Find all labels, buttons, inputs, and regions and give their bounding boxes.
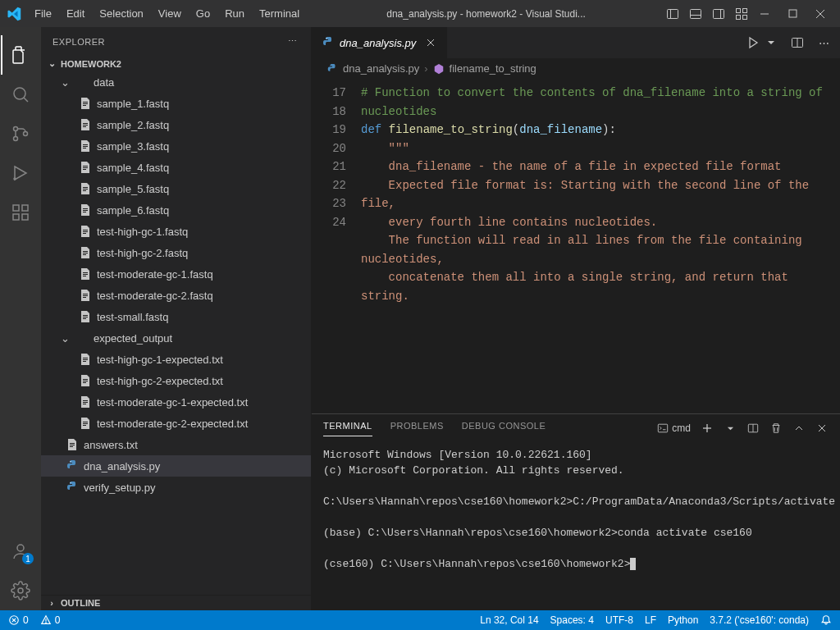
maximize-icon[interactable]: [786, 7, 799, 21]
file-row[interactable]: sample_2.fastq: [41, 114, 311, 135]
svg-point-17: [14, 137, 18, 141]
panel-tab-problems[interactable]: PROBLEMS: [390, 421, 444, 436]
code-editor[interactable]: 1718192021222324 # Function to convert t…: [312, 80, 840, 413]
file-row[interactable]: test-moderate-gc-2.fastq: [41, 285, 311, 306]
file-row[interactable]: test-high-gc-2-expected.txt: [41, 370, 311, 391]
tree-item-label: sample_5.fastq: [97, 183, 169, 195]
status-eol[interactable]: LF: [645, 614, 656, 626]
menu-terminal[interactable]: Terminal: [253, 3, 306, 24]
code-line[interactable]: # Function to convert the contents of dn…: [361, 84, 840, 121]
status-errors[interactable]: 0: [8, 614, 29, 626]
code-line[interactable]: Expected file format is: Starting with t…: [361, 176, 840, 213]
file-row[interactable]: test-high-gc-1.fastq: [41, 221, 311, 242]
activity-account-icon[interactable]: 1: [1, 532, 40, 571]
customize-layout-icon[interactable]: [735, 7, 748, 21]
svg-point-18: [24, 132, 28, 136]
code-line[interactable]: The function will read in all lines from…: [361, 231, 840, 268]
status-cursor-position[interactable]: Ln 32, Col 14: [480, 614, 538, 626]
menu-run[interactable]: Run: [218, 3, 251, 24]
file-row[interactable]: test-small.fastq: [41, 306, 311, 327]
code-line[interactable]: dna_filename - the name of a file in exp…: [361, 158, 840, 176]
tab-dna-analysis[interactable]: dna_analysis.py: [312, 27, 448, 58]
terminal-shell-label: cmd: [672, 422, 691, 434]
menu-selection[interactable]: Selection: [93, 3, 149, 24]
status-encoding[interactable]: UTF-8: [605, 614, 633, 626]
python-file-icon: [322, 36, 335, 49]
activity-explorer-icon[interactable]: [1, 35, 40, 75]
file-row[interactable]: sample_4.fastq: [41, 157, 311, 178]
file-row[interactable]: dna_analysis.py: [41, 455, 311, 477]
new-terminal-icon[interactable]: [701, 422, 714, 435]
file-row[interactable]: sample_6.fastq: [41, 199, 311, 221]
outline-section[interactable]: › OUTLINE: [41, 596, 311, 610]
close-panel-icon[interactable]: [815, 422, 829, 435]
terminal-content[interactable]: Microsoft Windows [Version 10.0.22621.16…: [312, 442, 840, 610]
folder-row[interactable]: ⌄data: [41, 71, 311, 93]
terminal-dropdown-icon[interactable]: [724, 422, 737, 435]
file-row[interactable]: sample_5.fastq: [41, 178, 311, 199]
chevron-down-icon: ⌄: [61, 76, 71, 89]
toggle-panel-left-icon[interactable]: [666, 7, 679, 21]
panel-tab-terminal[interactable]: TERMINAL: [323, 421, 372, 436]
split-terminal-icon[interactable]: [746, 422, 760, 435]
status-indentation[interactable]: Spaces: 4: [550, 614, 594, 626]
tab-close-icon[interactable]: [424, 36, 437, 49]
text-file-icon: [79, 374, 92, 387]
file-row[interactable]: verify_setup.py: [41, 477, 311, 498]
status-python-interpreter[interactable]: 3.7.2 ('cse160': conda): [710, 614, 809, 626]
folder-icon: [75, 75, 89, 89]
breadcrumb[interactable]: dna_analysis.py › filename_to_string: [312, 58, 840, 80]
activity-run-debug-icon[interactable]: [1, 153, 40, 193]
toggle-panel-right-icon[interactable]: [712, 7, 725, 21]
menu-file[interactable]: File: [28, 3, 58, 24]
status-notifications-icon[interactable]: [820, 614, 832, 626]
code-content[interactable]: # Function to convert the contents of dn…: [361, 80, 840, 413]
layout-controls: [666, 7, 748, 21]
file-row[interactable]: test-moderate-gc-2-expected.txt: [41, 413, 311, 434]
status-warnings[interactable]: 0: [40, 614, 61, 626]
workspace-root[interactable]: ⌄ HOMEWORK2: [41, 56, 311, 71]
folder-row[interactable]: ⌄expected_output: [41, 327, 311, 349]
status-language[interactable]: Python: [668, 614, 698, 626]
svg-point-27: [70, 482, 71, 483]
kill-terminal-icon[interactable]: [769, 422, 783, 435]
tree-item-label: test-moderate-gc-1-expected.txt: [97, 396, 248, 409]
activity-source-control-icon[interactable]: [1, 114, 40, 153]
file-row[interactable]: test-moderate-gc-1-expected.txt: [41, 391, 311, 413]
breadcrumb-symbol[interactable]: filename_to_string: [450, 62, 536, 75]
toggle-panel-bottom-icon[interactable]: [689, 7, 702, 21]
panel-tab-debug-console[interactable]: DEBUG CONSOLE: [462, 421, 546, 436]
minimize-icon[interactable]: [758, 7, 771, 21]
editor-area: dna_analysis.py ⋯ dna_analysis.py › file: [312, 27, 840, 610]
tab-bar: dna_analysis.py ⋯: [312, 27, 840, 58]
file-row[interactable]: sample_1.fastq: [41, 93, 311, 114]
file-tree: ⌄datasample_1.fastqsample_2.fastqsample_…: [41, 71, 311, 595]
text-file-icon: [79, 246, 92, 259]
file-row[interactable]: sample_3.fastq: [41, 135, 311, 157]
menu-edit[interactable]: Edit: [60, 3, 91, 24]
file-row[interactable]: test-moderate-gc-1.fastq: [41, 263, 311, 285]
menu-go[interactable]: Go: [189, 3, 217, 24]
run-dropdown-icon[interactable]: [765, 36, 778, 49]
close-icon[interactable]: [814, 7, 827, 21]
file-row[interactable]: test-high-gc-1-expected.txt: [41, 349, 311, 370]
file-row[interactable]: test-high-gc-2.fastq: [41, 242, 311, 263]
terminal-shell-selector[interactable]: cmd: [657, 422, 691, 434]
activity-search-icon[interactable]: [1, 75, 40, 114]
code-line[interactable]: every fourth line contains nucleotides.: [361, 213, 840, 232]
activity-settings-icon[interactable]: [1, 571, 40, 610]
breadcrumb-file[interactable]: dna_analysis.py: [343, 62, 419, 75]
code-line[interactable]: concatenate them all into a single strin…: [361, 268, 840, 305]
menu-view[interactable]: View: [152, 3, 188, 24]
editor-more-icon[interactable]: ⋯: [817, 36, 830, 49]
svg-rect-11: [789, 10, 797, 17]
svg-rect-33: [659, 424, 668, 432]
split-editor-icon[interactable]: [791, 36, 804, 49]
maximize-panel-icon[interactable]: [792, 422, 806, 435]
file-row[interactable]: answers.txt: [41, 434, 311, 455]
explorer-more-icon[interactable]: ⋯: [286, 35, 299, 48]
code-line[interactable]: def filename_to_string(dna_filename):: [361, 121, 840, 139]
activity-extensions-icon[interactable]: [1, 193, 40, 232]
run-file-icon[interactable]: [746, 36, 760, 49]
code-line[interactable]: """: [361, 139, 840, 158]
